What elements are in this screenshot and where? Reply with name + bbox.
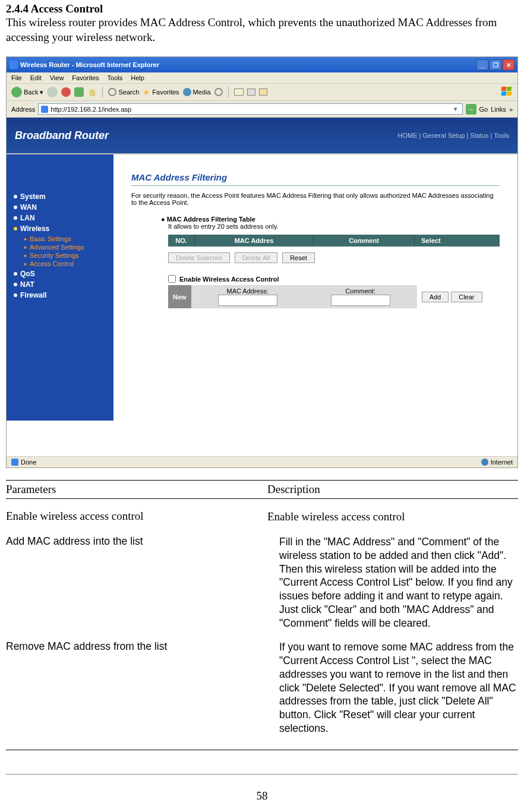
param-desc-add: Fill in the "MAC Address" and "Comment" … — [267, 535, 518, 630]
sidebar-item-lan[interactable]: LAN — [14, 214, 108, 222]
addressbar: Address http://192.168.2.1/index.asp ▾ →… — [7, 101, 517, 118]
content-title: MAC Address Filtering — [131, 172, 500, 182]
mac-address-input[interactable] — [218, 295, 277, 306]
windows-flag-icon — [500, 86, 514, 97]
links-expand[interactable]: » — [509, 106, 513, 113]
delete-selected-button[interactable]: Delete Selected — [168, 252, 230, 263]
sidebar-item-wan[interactable]: WAN — [14, 203, 108, 211]
intro-text: This wireless router provides MAC Addres… — [6, 15, 518, 45]
router-brand: Broadband Router — [15, 129, 109, 142]
browser-window: Wireless Router - Microsoft Internet Exp… — [6, 56, 518, 468]
print-button[interactable] — [247, 89, 255, 96]
close-button[interactable]: ✕ — [503, 59, 514, 70]
maximize-button[interactable]: ❐ — [490, 59, 501, 70]
th-no: NO. — [168, 235, 195, 247]
mac-filtering-table: NO. MAC Addres Comment Select — [168, 235, 500, 247]
param-name-enable: Enable wireless access control — [6, 510, 267, 523]
sidebar-sub-security[interactable]: Security Settings — [14, 252, 108, 259]
edit-button[interactable] — [259, 89, 267, 96]
forward-button[interactable] — [47, 87, 58, 97]
param-name-remove: Remove MAC address from the list — [6, 640, 267, 653]
links-label[interactable]: Links — [491, 106, 506, 113]
content-description: For security reason, the Access Point fe… — [131, 192, 500, 206]
menu-help[interactable]: Help — [131, 74, 144, 81]
page-icon — [41, 106, 48, 113]
toolbar: Back ▾ Search ★Favorites Media — [7, 84, 517, 101]
history-button[interactable] — [214, 88, 223, 96]
params-header-parameters: Parameters — [6, 483, 267, 496]
go-label: Go — [479, 106, 488, 113]
window-title: Wireless Router - Microsoft Internet Exp… — [20, 61, 159, 68]
titlebar: Wireless Router - Microsoft Internet Exp… — [7, 57, 517, 72]
menu-favorites[interactable]: Favorites — [72, 74, 99, 81]
params-header-description: Description — [267, 483, 518, 496]
address-label: Address — [11, 106, 35, 113]
param-desc-remove: If you want to remove some MAC address f… — [267, 640, 518, 735]
menu-file[interactable]: File — [11, 74, 22, 81]
add-button[interactable]: Add — [422, 292, 449, 302]
ie-icon — [10, 61, 18, 69]
router-body: System WAN LAN Wireless Basic Settings A… — [7, 153, 517, 421]
back-button[interactable]: Back ▾ — [11, 87, 43, 97]
sidebar-sub-access[interactable]: Access Control — [14, 260, 108, 267]
th-select: Select — [415, 235, 447, 247]
parameters-section: Parameters Description Enable wireless a… — [6, 480, 518, 750]
content-area: MAC Address Filtering For security reaso… — [113, 154, 517, 421]
favorites-button[interactable]: ★Favorites — [143, 87, 179, 97]
sidebar: System WAN LAN Wireless Basic Settings A… — [7, 154, 113, 421]
home-button[interactable] — [87, 87, 97, 97]
section-heading: 2.4.4 Access Control — [6, 2, 518, 15]
mail-button[interactable] — [234, 89, 244, 96]
router-top-nav[interactable]: HOME | General Setup | Status | Tools — [397, 132, 509, 139]
sidebar-sub-basic[interactable]: Basic Settings — [14, 235, 108, 242]
param-desc-enable: Enable wireless access control — [267, 510, 518, 525]
page-number: 58 — [6, 789, 518, 802]
comment-label: Comment: — [345, 287, 375, 295]
sidebar-item-wireless[interactable]: Wireless — [14, 225, 108, 233]
clear-button[interactable]: Clear — [451, 292, 482, 302]
stop-button[interactable] — [61, 87, 71, 97]
param-name-add: Add MAC address into the list — [6, 535, 267, 548]
statusbar: Done Internet — [7, 456, 517, 467]
enable-checkbox[interactable] — [168, 275, 176, 283]
reset-button[interactable]: Reset — [282, 252, 315, 263]
comment-input[interactable] — [331, 295, 390, 306]
mac-address-label: MAC Address: — [226, 287, 268, 295]
go-button[interactable]: → — [466, 104, 476, 115]
address-value: http://192.168.2.1/index.asp — [50, 106, 131, 113]
menubar: File Edit View Favorites Tools Help — [7, 72, 517, 84]
address-input[interactable]: http://192.168.2.1/index.asp ▾ — [38, 103, 462, 115]
menu-edit[interactable]: Edit — [30, 74, 42, 81]
status-zone: Internet — [491, 459, 513, 466]
sidebar-item-system[interactable]: System — [14, 192, 108, 201]
sidebar-item-qos[interactable]: QoS — [14, 270, 108, 278]
menu-tools[interactable]: Tools — [108, 74, 123, 81]
table-heading: MAC Address Filtering Table — [161, 216, 500, 223]
enable-label: Enable Wireless Access Control — [179, 276, 279, 283]
media-button[interactable]: Media — [183, 88, 211, 96]
search-button[interactable]: Search — [108, 88, 139, 96]
new-label: New — [168, 285, 191, 308]
minimize-button[interactable]: _ — [476, 59, 488, 70]
th-comment: Comment — [314, 235, 415, 247]
menu-view[interactable]: View — [50, 74, 64, 81]
address-dropdown[interactable]: ▾ — [452, 105, 460, 113]
sidebar-item-firewall[interactable]: Firewall — [14, 291, 108, 299]
status-done: Done — [21, 459, 36, 466]
sidebar-sub-advanced[interactable]: Advanced Settings — [14, 244, 108, 251]
router-header: Broadband Router HOME | General Setup | … — [7, 118, 517, 153]
status-page-icon — [11, 459, 18, 466]
new-entry-row: New MAC Address: Comment: Add Clear — [168, 285, 500, 308]
th-mac: MAC Addres — [195, 235, 314, 247]
table-note: It allows to entry 20 sets address only. — [168, 223, 500, 230]
refresh-button[interactable] — [74, 87, 84, 97]
globe-icon — [481, 459, 488, 466]
sidebar-item-nat[interactable]: NAT — [14, 280, 108, 289]
delete-all-button[interactable]: Delete All — [235, 252, 277, 263]
